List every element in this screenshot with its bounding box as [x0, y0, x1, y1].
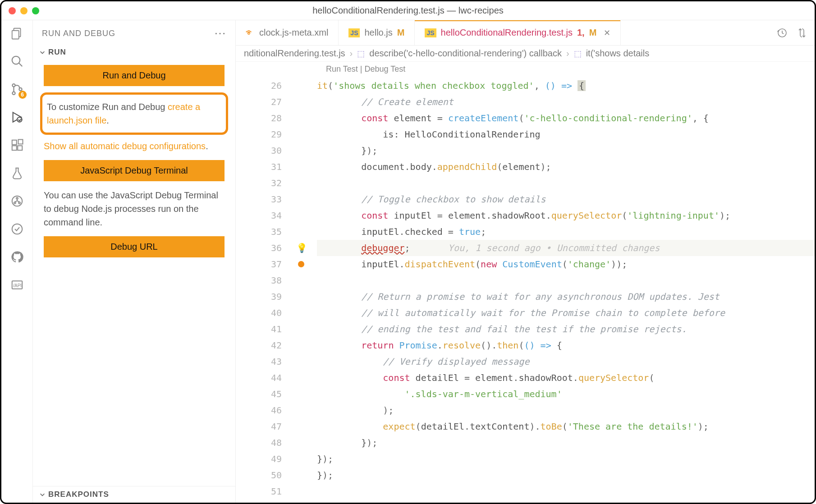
more-actions-icon[interactable]: ⋯ [214, 27, 226, 41]
lightbulb-icon[interactable]: 💡 [296, 243, 307, 253]
js-icon: JS [425, 28, 436, 37]
svg-rect-9 [12, 146, 16, 150]
svg-rect-10 [18, 146, 22, 150]
modified-indicator: M [397, 27, 405, 38]
svg-rect-11 [18, 140, 23, 144]
debug-test-codelens[interactable]: Debug Test [364, 64, 405, 73]
breakpoints-section-header[interactable]: BREAKPOINTS [33, 486, 235, 503]
close-tab-icon[interactable]: ✕ [604, 28, 610, 38]
svg-point-4 [12, 84, 15, 87]
marker-gutter[interactable]: 💡 [290, 78, 317, 503]
js-debug-terminal-button[interactable]: JavaScript Debug Terminal [44, 160, 225, 181]
testing-icon[interactable] [9, 165, 25, 181]
run-section-label: RUN [48, 48, 66, 57]
tab-label: clock.js-meta.xml [259, 27, 328, 38]
github-icon[interactable] [9, 249, 25, 265]
sidebar-title: RUN AND DEBUG [42, 29, 115, 38]
svg-point-5 [12, 92, 15, 95]
breadcrumb-seg-it[interactable]: it('shows details [586, 48, 650, 59]
run-debug-icon[interactable] [9, 110, 25, 125]
svg-point-2 [12, 56, 20, 64]
modified-indicator: M [589, 27, 597, 38]
customize-text: To customize Run and Debug [47, 102, 168, 112]
svg-point-14 [14, 202, 16, 204]
tab-label: hello.js [364, 27, 392, 38]
maximize-window-button[interactable] [32, 7, 39, 14]
timeline-icon[interactable] [777, 27, 788, 38]
editor-group: ᯤ clock.js-meta.xml JS hello.js M JS hel… [236, 20, 815, 503]
svg-text:/API: /API [13, 283, 22, 288]
window-title: helloConditionalRendering.test.js — lwc-… [312, 5, 504, 16]
chevron-down-icon [39, 49, 46, 55]
explorer-icon[interactable] [9, 26, 25, 41]
svg-point-13 [16, 197, 18, 199]
chevron-right-icon: › [566, 48, 569, 59]
svg-point-15 [18, 202, 20, 204]
tab-hello-conditional-test[interactable]: JS helloConditionalRendering.test.js 1, … [415, 20, 621, 45]
tab-clock-xml[interactable]: ᯤ clock.js-meta.xml [236, 20, 339, 45]
breakpoints-section-label: BREAKPOINTS [48, 490, 109, 499]
titlebar: helloConditionalRendering.test.js — lwc-… [1, 1, 815, 20]
run-test-codelens[interactable]: Run Test [326, 64, 358, 73]
tab-hello-js[interactable]: JS hello.js M [339, 20, 415, 45]
minimize-window-button[interactable] [20, 7, 28, 14]
svg-line-3 [18, 63, 22, 67]
svg-rect-8 [12, 140, 16, 145]
run-and-debug-button[interactable]: Run and Debug [44, 65, 225, 86]
source-control-icon[interactable]: 6 [9, 82, 25, 97]
scm-badge: 6 [18, 91, 27, 99]
diff-icon[interactable] [797, 27, 807, 38]
create-launch-json-callout: To customize Run and Debug create a laun… [40, 92, 228, 135]
close-window-button[interactable] [9, 7, 16, 14]
tab-label: helloConditionalRendering.test.js [441, 27, 573, 38]
js-terminal-description: You can use the JavaScript Debug Termina… [33, 186, 235, 232]
code-content[interactable]: it('shows details when checkbox toggled'… [317, 78, 815, 503]
cube-icon: ⬚ [357, 49, 365, 59]
svg-point-16 [12, 224, 22, 234]
tab-bar: ᯤ clock.js-meta.xml JS hello.js M JS hel… [236, 20, 815, 46]
line-number-gutter: 2627282930313233343536373839404142434445… [236, 78, 290, 503]
activity-bar: 6 /API [1, 20, 33, 503]
search-icon[interactable] [9, 54, 25, 69]
cube-icon: ⬚ [574, 49, 582, 59]
extensions-icon[interactable] [9, 137, 25, 153]
code-editor[interactable]: 2627282930313233343536373839404142434445… [236, 78, 815, 503]
chevron-down-icon [39, 491, 46, 498]
tab-actions [770, 20, 815, 45]
svg-rect-1 [12, 31, 18, 39]
task-icon[interactable] [9, 221, 25, 237]
breadcrumb-seg-file[interactable]: nditionalRendering.test.js [244, 48, 345, 59]
git-graph-icon[interactable] [9, 193, 25, 209]
run-section-header[interactable]: RUN [33, 44, 235, 60]
sidebar: RUN AND DEBUG ⋯ RUN Run and Debug To cus… [33, 20, 236, 503]
code-lens: Run Test | Debug Test [236, 62, 815, 78]
breadcrumb-seg-describe[interactable]: describe('c-hello-conditional-rendering'… [369, 48, 562, 59]
show-all-configs-link[interactable]: Show all automatic debug configurations [44, 141, 206, 151]
window-controls [9, 7, 39, 14]
problem-count: 1, [577, 27, 585, 38]
js-icon: JS [348, 28, 360, 37]
sidebar-header: RUN AND DEBUG ⋯ [33, 20, 235, 44]
breadcrumb[interactable]: nditionalRendering.test.js › ⬚ describe(… [236, 46, 815, 62]
debug-url-button[interactable]: Debug URL [44, 236, 225, 257]
rss-icon: ᯤ [246, 27, 255, 38]
chevron-right-icon: › [350, 48, 353, 59]
api-icon[interactable]: /API [9, 277, 25, 293]
breakpoint-icon[interactable] [298, 261, 304, 267]
